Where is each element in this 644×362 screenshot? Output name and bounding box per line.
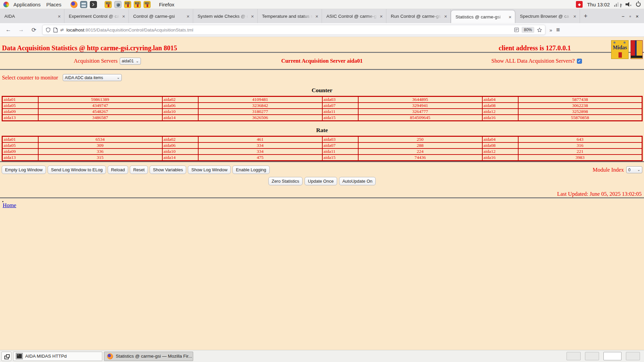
power-icon[interactable] bbox=[636, 2, 641, 7]
taskbar-item-firefox[interactable]: Statistics @ carme-gsi — Mozilla Fir... bbox=[104, 352, 193, 361]
tab-temperature-status[interactable]: Temperature and status s × bbox=[258, 9, 322, 23]
tab-control[interactable]: Control @ carme-gsi × bbox=[129, 9, 193, 23]
reload-button[interactable]: ⟳ bbox=[30, 26, 38, 34]
shield-icon[interactable] bbox=[46, 27, 51, 33]
screenshot-launcher-icon[interactable] bbox=[114, 1, 121, 8]
rate-table-body: aida01 6534 aida02 461 aida03 250 aida04… bbox=[2, 136, 642, 161]
tab-close-icon[interactable]: × bbox=[572, 13, 577, 19]
midas-launcher-icon[interactable] bbox=[105, 1, 112, 8]
page-content: Data Acquisition Statistics @ http carme… bbox=[0, 37, 644, 349]
tab-close-icon[interactable]: × bbox=[314, 13, 319, 19]
log-button[interactable]: Reload bbox=[108, 166, 128, 174]
home-link[interactable]: Home bbox=[3, 202, 16, 209]
log-button[interactable]: Show Log Window bbox=[188, 166, 231, 174]
update-button[interactable]: AutoUpdate On bbox=[339, 177, 376, 185]
tab-close-icon[interactable]: × bbox=[507, 14, 513, 20]
back-button[interactable]: ← bbox=[4, 26, 13, 33]
log-button[interactable]: Empty Log Window bbox=[2, 166, 46, 174]
tab-run-control[interactable]: Run Control @ carme-gs × bbox=[386, 9, 451, 23]
show-all-label: Show ALL Data Acquisition Servers? bbox=[491, 58, 575, 64]
server-name-cell: aida16 bbox=[482, 115, 518, 121]
tab-close-icon[interactable]: × bbox=[121, 13, 126, 19]
server-name-cell: aida06 bbox=[162, 103, 198, 109]
workspace-4[interactable] bbox=[626, 352, 640, 360]
volume-muted-icon[interactable]: × bbox=[626, 2, 632, 7]
tab-title: Temperature and status s bbox=[262, 14, 314, 19]
show-all-checkbox[interactable]: ✓ bbox=[577, 59, 582, 64]
tab-close-icon[interactable]: × bbox=[379, 13, 384, 19]
firefox-launcher-icon[interactable] bbox=[70, 1, 77, 8]
show-desktop-button[interactable] bbox=[1, 352, 11, 361]
url-text[interactable]: localhost:8015/DataAcquisitionControl/Da… bbox=[66, 27, 512, 33]
log-button[interactable]: Send Log Window to ELog bbox=[48, 166, 106, 174]
new-tab-button[interactable]: + bbox=[580, 9, 591, 23]
taskbar-item-midas-httpd[interactable]: AIDA MIDAS HTTPd bbox=[13, 352, 102, 361]
tab-spectrum-browser[interactable]: Spectrum Browser @ ca × bbox=[516, 9, 580, 23]
forward-button[interactable]: → bbox=[17, 26, 25, 33]
update-button[interactable]: Zero Statistics bbox=[268, 177, 303, 185]
table-row: aida09 4548267 aida10 3180277 aida11 326… bbox=[2, 109, 642, 115]
close-button[interactable]: × bbox=[636, 13, 639, 19]
table-row: aida13 315 aida14 475 aida15 74436 aida1… bbox=[2, 155, 642, 161]
counter-monitor-select[interactable]: AIDA ADC data items ⌄ bbox=[63, 74, 122, 81]
server-name-cell: aida08 bbox=[482, 142, 518, 148]
log-button[interactable]: Reset bbox=[130, 166, 148, 174]
logo-red-mark bbox=[619, 52, 622, 58]
notification-badge-icon[interactable]: ◆ bbox=[576, 1, 583, 8]
toolbar-overflow-icon[interactable]: » bbox=[549, 27, 551, 33]
midas-launcher-icon[interactable] bbox=[144, 1, 151, 8]
url-bar[interactable]: ⇄ localhost:8015/DataAcquisitionControl/… bbox=[42, 25, 545, 35]
log-buttons-row: Empty Log WindowSend Log Window to ELogR… bbox=[2, 166, 642, 174]
browser-tab-bar: AIDA × Experiment Control @ ca × Control… bbox=[0, 9, 644, 23]
acquisition-server-select[interactable]: aida01 ⌄ bbox=[120, 58, 141, 65]
log-button[interactable]: Show Variables bbox=[150, 166, 186, 174]
tab-close-icon[interactable]: × bbox=[185, 13, 191, 19]
module-index-group: Module Index 0 ⌄ bbox=[593, 166, 642, 173]
workspace-pager bbox=[567, 352, 640, 360]
permissions-icon[interactable]: ⇄ bbox=[60, 27, 64, 32]
tab-close-icon[interactable]: × bbox=[250, 13, 255, 19]
browser-nav-toolbar: ← → ⟳ ⇄ localhost:8015/DataAcquisitionCo… bbox=[0, 23, 644, 37]
tab-experiment-control[interactable]: Experiment Control @ ca × bbox=[64, 9, 129, 23]
rate-value-cell: 6534 bbox=[38, 136, 162, 143]
clock[interactable]: Thu 13:02 bbox=[587, 2, 610, 7]
url-host: localhost bbox=[66, 27, 84, 33]
applications-menu[interactable]: Applications bbox=[12, 2, 42, 7]
terminal-launcher-icon[interactable] bbox=[90, 1, 97, 8]
table-row: aida09 336 aida10 334 aida11 224 aida12 … bbox=[2, 148, 642, 155]
places-menu[interactable]: Places bbox=[45, 2, 63, 7]
workspace-3-current[interactable] bbox=[603, 352, 622, 360]
maximize-button[interactable]: ▫ bbox=[629, 13, 631, 19]
page-zoom-badge[interactable]: 80% bbox=[522, 27, 534, 33]
reader-mode-icon[interactable] bbox=[514, 27, 519, 32]
tab-statistics-active[interactable]: Statistics @ carme-gsi × bbox=[451, 10, 515, 23]
network-status-icon[interactable]: ? bbox=[614, 2, 621, 7]
server-name-cell: aida03 bbox=[322, 97, 358, 103]
tab-aida[interactable]: AIDA × bbox=[0, 9, 64, 23]
update-button[interactable]: Update Once bbox=[305, 177, 337, 185]
minimize-button[interactable]: − bbox=[622, 13, 625, 19]
tab-asic-control[interactable]: ASIC Control @ carme-g × bbox=[322, 9, 386, 23]
applications-menu-icon[interactable] bbox=[3, 2, 9, 7]
midas-launcher-icon[interactable] bbox=[124, 1, 131, 8]
tab-system-wide-checks[interactable]: System wide Checks @ c × bbox=[193, 9, 258, 23]
counter-table-body: aida01 59861389 aida02 4109481 aida03 36… bbox=[2, 97, 642, 121]
workspace-1[interactable] bbox=[567, 352, 581, 360]
server-name-cell: aida04 bbox=[482, 97, 518, 103]
module-index-select[interactable]: 0 ⌄ bbox=[626, 166, 642, 173]
workspace-2[interactable] bbox=[585, 352, 599, 360]
counter-value-cell: 3644895 bbox=[358, 97, 482, 103]
server-name-cell: aida02 bbox=[162, 97, 198, 103]
tab-close-icon[interactable]: × bbox=[57, 13, 62, 19]
app-menu-icon[interactable]: ≡ bbox=[556, 26, 560, 34]
table-row: aida05 309 aida06 334 aida07 288 aida08 … bbox=[2, 142, 642, 148]
chevron-down-icon: ⌄ bbox=[637, 168, 640, 172]
file-manager-launcher-icon[interactable] bbox=[80, 1, 87, 8]
update-buttons-row: Zero StatisticsUpdate OnceAutoUpdate On bbox=[0, 177, 644, 185]
tab-close-icon[interactable]: × bbox=[443, 13, 448, 19]
bookmark-star-icon[interactable] bbox=[537, 27, 542, 33]
midas-launcher-icon[interactable] bbox=[134, 1, 141, 8]
log-button[interactable]: Enable Logging bbox=[232, 166, 269, 174]
page-info-icon[interactable] bbox=[53, 27, 58, 33]
counter-value-cell: 3264777 bbox=[358, 109, 482, 115]
